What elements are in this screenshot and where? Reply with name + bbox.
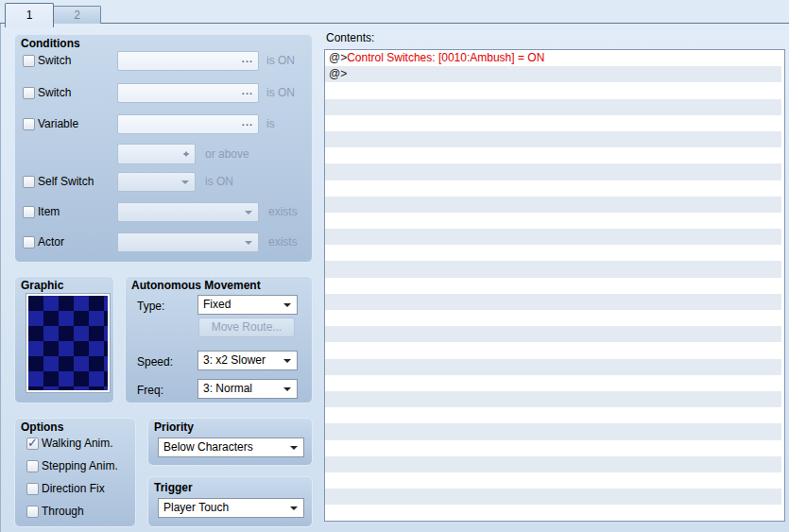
ellipsis-browse-button[interactable]: ... xyxy=(242,53,253,64)
switch1-suffix: is ON xyxy=(266,54,295,67)
contents-row[interactable] xyxy=(325,99,781,115)
contents-row[interactable] xyxy=(325,342,784,358)
through-label: Through xyxy=(42,505,84,518)
contents-row[interactable] xyxy=(325,197,781,213)
direction-fix-checkbox[interactable]: ✓ xyxy=(26,483,39,495)
walking-anim-checkbox[interactable]: ✓ xyxy=(26,438,39,450)
freq-label: Freq: xyxy=(137,384,163,397)
item-checkbox[interactable]: ✓ xyxy=(23,206,35,218)
chevron-down-icon xyxy=(283,387,291,395)
variable-checkbox[interactable]: ✓ xyxy=(23,118,35,130)
switch1-checkbox[interactable]: ✓ xyxy=(23,55,35,67)
type-select[interactable]: Fixed xyxy=(197,295,298,315)
contents-row[interactable]: @> xyxy=(325,66,781,82)
contents-row[interactable] xyxy=(325,131,781,147)
contents-row[interactable]: @>Control Switches: [0010:Ambush] = ON xyxy=(325,50,784,66)
contents-row[interactable] xyxy=(325,326,781,342)
tab-page-1[interactable]: 1 xyxy=(5,3,54,27)
contents-row[interactable] xyxy=(325,82,784,98)
graphic-preview[interactable] xyxy=(26,293,111,393)
item-suffix: exists xyxy=(268,205,298,218)
chevron-down-icon xyxy=(283,303,291,311)
ellipsis-browse-button[interactable]: ... xyxy=(242,116,253,128)
actor-select[interactable] xyxy=(117,232,259,252)
ellipsis-browse-button[interactable]: ... xyxy=(242,85,253,96)
contents-row[interactable] xyxy=(325,163,781,180)
contents-row[interactable] xyxy=(325,147,784,163)
actor-suffix: exists xyxy=(268,235,298,249)
trigger-title: Trigger xyxy=(154,481,193,494)
command-prefix: @> xyxy=(329,51,347,64)
priority-select[interactable]: Below Characters xyxy=(158,438,304,457)
contents-row[interactable] xyxy=(325,489,781,505)
contents-row[interactable] xyxy=(325,245,784,261)
contents-row[interactable] xyxy=(325,294,781,310)
contents-row[interactable] xyxy=(325,115,784,131)
conditions-title: Conditions xyxy=(21,37,80,50)
options-title: Options xyxy=(21,420,63,434)
chevron-down-icon xyxy=(181,180,189,188)
graphic-title: Graphic xyxy=(21,279,63,292)
tab-strip: 1 2 xyxy=(0,0,789,24)
speed-select[interactable]: 3: x2 Slower xyxy=(197,351,298,370)
contents-row[interactable] xyxy=(325,278,784,294)
chevron-down-icon xyxy=(290,446,298,454)
contents-row[interactable] xyxy=(325,472,784,489)
variable-label: Variable xyxy=(38,117,78,130)
item-label: Item xyxy=(38,205,60,218)
event-editor-page: 1 2 Conditions ✓ Switch ... is ON ✓ Swit… xyxy=(0,0,789,532)
item-select[interactable] xyxy=(117,202,259,222)
actor-checkbox[interactable]: ✓ xyxy=(23,236,35,249)
conditions-group: Conditions ✓ Switch ... is ON ✓ Switch .… xyxy=(14,34,313,263)
contents-row[interactable] xyxy=(325,180,784,197)
command-prefix: @> xyxy=(329,67,347,80)
trigger-select[interactable]: Player Touch xyxy=(158,498,304,518)
threshold-suffix: or above xyxy=(205,147,249,161)
self-switch-label: Self Switch xyxy=(38,175,94,188)
move-route-button[interactable]: Move Route... xyxy=(198,317,295,337)
trigger-group: Trigger Player Touch xyxy=(147,476,313,527)
autonomous-movement-group: Autonomous Movement Type: Fixed Move Rou… xyxy=(125,276,313,403)
tab-page-body: Conditions ✓ Switch ... is ON ✓ Switch .… xyxy=(0,24,789,532)
contents-row[interactable] xyxy=(325,440,784,456)
contents-row[interactable] xyxy=(325,423,781,439)
contents-row[interactable] xyxy=(325,261,781,277)
freq-select[interactable]: 3: Normal xyxy=(197,379,298,399)
variable-threshold-spinner[interactable] xyxy=(117,144,196,164)
contents-row[interactable] xyxy=(325,310,784,326)
self-switch-select[interactable] xyxy=(117,172,196,192)
switch2-input[interactable]: ... xyxy=(117,83,259,103)
command-text: Control Switches: [0010:Ambush] = ON xyxy=(347,51,544,64)
self-switch-suffix: is ON xyxy=(205,175,233,188)
variable-suffix: is xyxy=(266,117,275,130)
chevron-down-icon xyxy=(283,359,291,367)
check-icon: ✓ xyxy=(27,436,38,450)
switch2-checkbox[interactable]: ✓ xyxy=(23,87,35,99)
tab-page-2[interactable]: 2 xyxy=(53,6,101,24)
switch1-input[interactable]: ... xyxy=(117,51,259,71)
chevron-down-icon xyxy=(245,211,252,218)
contents-label: Contents: xyxy=(326,31,374,44)
variable-input[interactable]: ... xyxy=(117,114,259,134)
contents-row[interactable] xyxy=(325,375,784,391)
spinner-down-icon[interactable] xyxy=(183,153,189,160)
graphic-group: Graphic xyxy=(14,276,114,403)
stepping-anim-checkbox[interactable]: ✓ xyxy=(26,460,39,472)
contents-row[interactable] xyxy=(325,229,781,245)
walking-anim-label: Walking Anim. xyxy=(42,437,113,450)
contents-row[interactable] xyxy=(325,359,781,375)
switch2-label: Switch xyxy=(38,86,71,99)
stepping-anim-label: Stepping Anim. xyxy=(42,459,118,472)
chevron-down-icon xyxy=(245,241,252,249)
priority-group: Priority Below Characters xyxy=(147,418,313,466)
contents-list[interactable]: @>Control Switches: [0010:Ambush] = ON@> xyxy=(324,49,785,522)
contents-row[interactable] xyxy=(325,505,784,521)
priority-title: Priority xyxy=(154,420,194,434)
self-switch-checkbox[interactable]: ✓ xyxy=(23,176,35,188)
contents-row[interactable] xyxy=(325,456,781,472)
through-checkbox[interactable]: ✓ xyxy=(26,506,39,518)
type-label: Type: xyxy=(137,300,164,313)
contents-row[interactable] xyxy=(325,213,784,229)
contents-row[interactable] xyxy=(325,407,784,423)
contents-row[interactable] xyxy=(325,391,781,407)
